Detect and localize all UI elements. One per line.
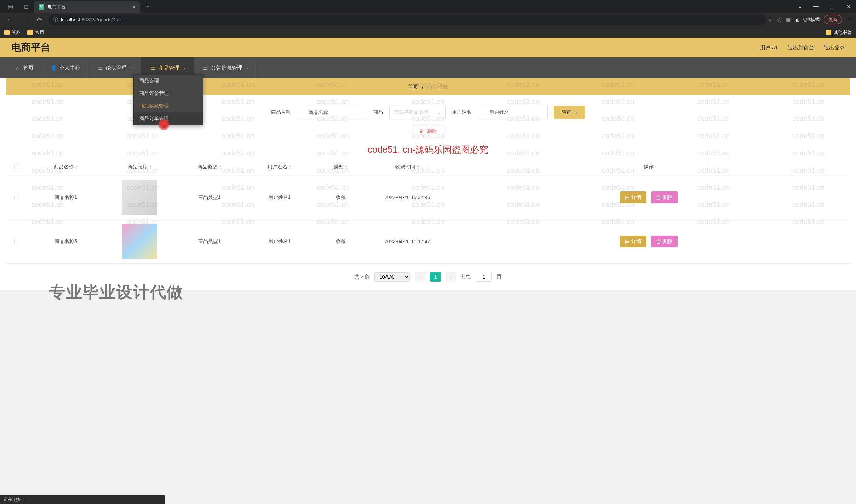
search-name-input[interactable] [297,106,367,119]
page-jump-input[interactable] [476,272,492,282]
user-label[interactable]: 用户 a1 [760,44,778,51]
dropdown-item-goods-manage[interactable]: 商品管理 [134,75,203,87]
button-label: 详情 [631,238,641,245]
cell-user: 用户姓名1 [244,194,315,201]
browser-tab[interactable]: V 电商平台 × [34,1,140,13]
dropdown-item-goods-favorite[interactable]: 商品收藏管理 [134,100,203,112]
page-next-button[interactable]: › [446,272,456,282]
detail-button[interactable]: ▤详情 [620,236,646,247]
trash-icon: 🗑 [656,239,661,244]
folder-icon [27,30,33,35]
menu-kebab-icon[interactable]: ⋮ [846,16,852,23]
nav-label: 论坛管理 [106,65,127,71]
th-user[interactable]: 用户姓名 [268,164,287,170]
update-button[interactable]: 更新 [824,15,842,24]
app-menu-icon[interactable]: ▤ [3,1,18,11]
doc-icon: ▤ [625,195,629,200]
nav-label: 公告信息管理 [211,65,242,71]
button-label: 删除 [663,238,673,245]
tab-title: 电商平台 [48,4,66,10]
page-content: code51.cncode51.cncode51.cncode51.cncode… [0,38,856,290]
pagination-total: 共 2 条 [354,274,370,280]
dropdown-item-goods-review[interactable]: 商品评价管理 [134,87,203,100]
trash-icon: 🗑 [656,195,661,200]
select-all-checkbox[interactable] [14,164,19,169]
jump-label: 前往 [461,274,471,280]
folder-icon [826,30,831,35]
button-label: 详情 [631,194,641,201]
back-button[interactable]: ← [4,14,15,25]
table-row: 商品名称1 商品类型1 用户姓名1 收藏 2022-04-26 15:32:46… [6,175,850,219]
back-to-front-link[interactable]: 退出到前台 [788,44,814,51]
sort-icon[interactable]: ▲▼ [417,164,420,169]
button-label: 删除 [427,128,437,134]
bookmark-label: 常用 [35,29,44,36]
sort-icon[interactable]: ▲▼ [289,164,292,169]
close-icon[interactable]: × [132,4,136,10]
page-prev-button[interactable]: ‹ [415,272,425,282]
overlay-ad-text: 专业毕业设计代做 [49,281,184,303]
doc-icon: ▤ [625,239,629,244]
th-type[interactable]: 商品类型 [198,164,217,170]
new-tab-button[interactable]: + [145,3,149,10]
th-category[interactable]: 类型 [334,164,344,170]
batch-actions: 🗑 删除 [6,125,850,145]
logout-link[interactable]: 退出登录 [824,44,845,51]
sort-icon[interactable]: ▲▼ [149,164,152,169]
row-delete-button[interactable]: 🗑删除 [651,191,678,203]
row-delete-button[interactable]: 🗑删除 [651,236,678,247]
page-size-select[interactable]: 10条/页 [374,272,410,282]
url-input[interactable]: ⓘ localhost:8081/#/goodsOrder [48,14,766,25]
other-bookmarks[interactable]: 其他书签 [826,29,852,36]
query-button[interactable]: 查询 ⌕ [554,106,585,119]
data-table: 商品名称▲▼ 商品照片▲▼ 商品类型▲▼ 用户姓名▲▼ 类型▲▼ 收藏时间▲▼ … [6,159,850,264]
cell-category: 收藏 [315,194,367,201]
close-window-icon[interactable]: ✕ [840,0,856,13]
window-icon[interactable]: ◻ [18,1,34,11]
row-checkbox[interactable] [14,195,19,200]
cell-category: 收藏 [315,238,367,245]
select-placeholder: 请选择商品类型 [394,109,428,115]
site-title: 电商平台 [11,41,50,54]
batch-delete-button[interactable]: 🗑 删除 [413,125,443,138]
nav-label: 商品管理 [158,65,179,71]
nav-home[interactable]: ⌂ 首页 [6,57,42,78]
th-time[interactable]: 收藏时间 [395,164,415,170]
row-checkbox[interactable] [14,239,19,244]
sort-icon[interactable]: ▲▼ [219,164,222,169]
th-action: 操作 [644,164,654,170]
product-thumbnail[interactable] [122,224,157,259]
search-type-label: 商品 [373,109,383,115]
menu-icon: ☰ [150,65,156,71]
bell-icon: ☰ [202,65,208,71]
breadcrumb-sep: / [422,84,423,90]
breadcrumb-home[interactable]: 首页 [408,84,419,90]
reload-button[interactable]: ⟳ [34,14,45,25]
th-name[interactable]: 商品名称 [54,164,74,170]
key-icon[interactable]: ⌕ [769,16,773,23]
bookmark-folder[interactable]: 常用 [27,29,44,36]
chevron-down-icon: ▾ [184,66,185,70]
home-icon: ⌂ [15,65,20,71]
bookmark-folder[interactable]: 资料 [4,29,21,36]
panel-icon[interactable]: ▣ [786,16,791,23]
detail-button[interactable]: ▤详情 [620,191,646,203]
favicon-icon: V [39,4,44,10]
th-photo[interactable]: 商品照片 [127,164,147,170]
star-icon[interactable]: ☆ [777,16,782,23]
search-type-select[interactable]: 请选择商品类型 ⌄ [389,106,446,119]
nav-label: 个人中心 [59,65,80,71]
page-number-button[interactable]: 1 [430,272,441,282]
search-user-input[interactable] [478,106,548,119]
chevron-down-icon[interactable]: ⌄ [792,0,808,13]
nav-profile[interactable]: 👤 个人中心 [42,57,89,78]
sort-icon[interactable]: ▲▼ [346,164,348,169]
incognito-label: 无痕模式 [801,16,820,23]
minimize-icon[interactable]: ― [808,0,824,13]
site-info-icon[interactable]: ⓘ [53,16,58,23]
maximize-icon[interactable]: ▢ [824,0,840,13]
nav-notice[interactable]: ☰ 公告信息管理 ▾ [194,57,257,78]
sort-icon[interactable]: ▲▼ [76,164,78,169]
user-icon: 👤 [51,65,56,71]
product-thumbnail[interactable] [122,180,157,215]
